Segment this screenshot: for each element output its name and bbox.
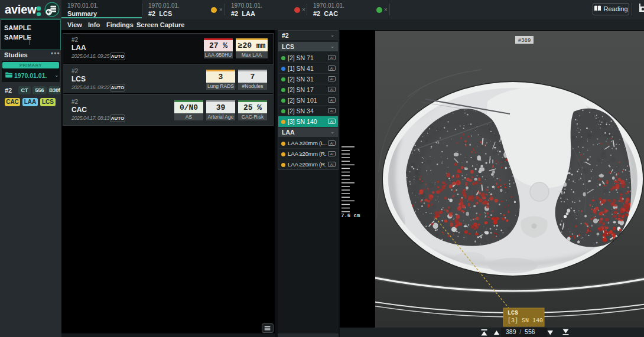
svg-text:[3] SN 140: [3] SN 140 [508, 318, 543, 324]
svg-text:#389: #389 [518, 38, 531, 44]
svg-text:LCS: LCS [508, 310, 518, 316]
